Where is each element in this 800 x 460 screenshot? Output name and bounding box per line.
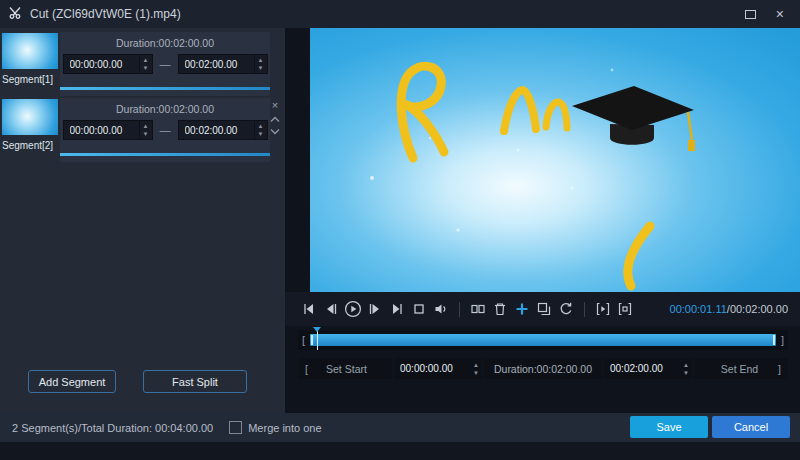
set-end-button[interactable]: Set End ] [694, 358, 788, 379]
spinner-up-icon[interactable]: ▲ [683, 362, 689, 368]
segment-1-start-value[interactable] [64, 55, 139, 73]
skip-start-icon[interactable] [298, 297, 320, 321]
spinner-down-icon[interactable]: ▼ [683, 370, 689, 376]
timeline-selection[interactable] [310, 334, 776, 346]
close-bracket: ] [778, 363, 781, 375]
segment-1-end-input[interactable]: ▲ ▼ [178, 54, 268, 74]
trim-row: [ Set Start ▲ ▼ Duration:00:02:00.00 ▲ ▼… [298, 358, 788, 379]
spinner-down-icon[interactable]: ▼ [143, 131, 149, 137]
merge-option[interactable]: Merge into one [229, 421, 321, 434]
add-segment-button[interactable]: Add Segment [28, 370, 116, 393]
range-dash: — [160, 124, 171, 136]
spinner-up-icon[interactable]: ▲ [143, 123, 149, 129]
window-title: Cut (ZCl69dVtW0E (1).mp4) [30, 7, 181, 21]
trim-start-input[interactable]: ▲ ▼ [394, 358, 482, 379]
segment-item-2[interactable]: Segment[2] Duration:00:02:00.00 ▲ ▼ — [0, 98, 285, 162]
segment-2-label: Segment[2] [2, 140, 53, 151]
range-dash: — [160, 58, 171, 70]
segments-panel: Segment[1] Duration:00:02:00.00 ▲ ▼ — [0, 28, 285, 413]
segments-summary: 2 Segment(s)/Total Duration: 00:04:00.00 [12, 422, 213, 434]
segment-2-delete-icon[interactable]: × [272, 100, 278, 111]
set-end-label: Set End [701, 363, 778, 375]
segment-1-label: Segment[1] [2, 74, 53, 85]
set-start-label: Set Start [308, 363, 385, 375]
maximize-button[interactable] [745, 10, 756, 19]
spinner-up-icon[interactable]: ▲ [258, 57, 264, 63]
current-time: 00:00:01.11 [670, 303, 727, 315]
fullscreen-icon[interactable] [614, 297, 636, 321]
segment-1-start-spinner[interactable]: ▲ ▼ [139, 55, 152, 73]
step-forward-icon[interactable] [364, 297, 386, 321]
video-preview [310, 28, 800, 292]
bottom-strip [0, 442, 800, 460]
segment-2-duration: Duration:00:02:00.00 [60, 98, 270, 115]
segment-2-end-value[interactable] [179, 121, 254, 139]
segment-move-up-icon[interactable] [270, 116, 280, 123]
segment-2-end-spinner[interactable]: ▲ ▼ [254, 121, 267, 139]
spinner-up-icon[interactable]: ▲ [143, 57, 149, 63]
segment-move-down-icon[interactable] [270, 128, 280, 135]
segment-1-end-value[interactable] [179, 55, 254, 73]
segment-2-start-spinner[interactable]: ▲ ▼ [139, 121, 152, 139]
controls-separator [459, 302, 460, 317]
trim-end-value[interactable] [604, 358, 679, 379]
footer-bar: 2 Segment(s)/Total Duration: 00:04:00.00… [0, 413, 800, 442]
segment-1-end-spinner[interactable]: ▲ ▼ [254, 55, 267, 73]
playhead[interactable] [317, 330, 318, 350]
fast-split-button[interactable]: Fast Split [143, 370, 247, 393]
cut-dialog-window: Cut (ZCl69dVtW0E (1).mp4) × Segment[1] D… [0, 0, 800, 460]
cancel-button[interactable]: Cancel [712, 416, 790, 438]
stop-icon[interactable] [408, 297, 430, 321]
trim-start-spinner[interactable]: ▲ ▼ [469, 358, 482, 379]
player-controls-bar: 00:00:01.11/00:02:00.00 [285, 292, 800, 326]
time-display: 00:00:01.11/00:02:00.00 [670, 292, 788, 326]
spinner-up-icon[interactable]: ▲ [258, 123, 264, 129]
close-button[interactable]: × [776, 7, 784, 21]
segment-2-range-bar[interactable] [60, 153, 270, 156]
play-segment-icon[interactable] [592, 297, 614, 321]
trim-duration: Duration:00:02:00.00 [484, 358, 602, 379]
copy-segment-icon[interactable] [533, 297, 555, 321]
set-start-button[interactable]: [ Set Start [298, 358, 392, 379]
total-time: /00:02:00.00 [727, 303, 788, 315]
video-frame [310, 28, 800, 292]
timeline-end-handle[interactable]: ] [777, 330, 788, 350]
add-segment-icon[interactable] [511, 297, 533, 321]
spinner-up-icon[interactable]: ▲ [473, 362, 479, 368]
timeline[interactable]: [ ] [298, 330, 788, 350]
segment-2-start-input[interactable]: ▲ ▼ [63, 120, 153, 140]
player-panel: 00:00:01.11/00:02:00.00 [ ] [ Set Start … [285, 28, 800, 413]
delete-segment-icon[interactable] [489, 297, 511, 321]
segment-1-thumbnail[interactable] [2, 33, 58, 69]
play-icon[interactable] [342, 297, 364, 321]
skip-end-icon[interactable] [386, 297, 408, 321]
trim-end-spinner[interactable]: ▲ ▼ [679, 358, 692, 379]
scissors-icon [8, 5, 22, 23]
merge-checkbox[interactable] [229, 421, 242, 434]
spinner-down-icon[interactable]: ▼ [473, 370, 479, 376]
step-back-icon[interactable] [320, 297, 342, 321]
timeline-start-handle[interactable]: [ [298, 330, 309, 350]
title-bar: Cut (ZCl69dVtW0E (1).mp4) × [0, 0, 800, 28]
segment-2-end-input[interactable]: ▲ ▼ [178, 120, 268, 140]
volume-icon[interactable] [430, 297, 452, 321]
trim-start-value[interactable] [394, 358, 469, 379]
save-button[interactable]: Save [630, 416, 708, 438]
segment-2-start-value[interactable] [64, 121, 139, 139]
segment-item-1[interactable]: Segment[1] Duration:00:02:00.00 ▲ ▼ — [0, 32, 285, 96]
merge-label: Merge into one [248, 422, 321, 434]
split-icon[interactable] [467, 297, 489, 321]
reset-icon[interactable] [555, 297, 577, 321]
timeline-track[interactable] [309, 330, 777, 350]
spinner-down-icon[interactable]: ▼ [258, 131, 264, 137]
trim-end-input[interactable]: ▲ ▼ [604, 358, 692, 379]
segment-2-thumbnail[interactable] [2, 99, 58, 135]
controls-separator [584, 302, 585, 317]
spinner-down-icon[interactable]: ▼ [258, 65, 264, 71]
segment-1-start-input[interactable]: ▲ ▼ [63, 54, 153, 74]
segment-1-range-bar[interactable] [60, 87, 270, 90]
segment-1-duration: Duration:00:02:00.00 [60, 32, 270, 49]
spinner-down-icon[interactable]: ▼ [143, 65, 149, 71]
